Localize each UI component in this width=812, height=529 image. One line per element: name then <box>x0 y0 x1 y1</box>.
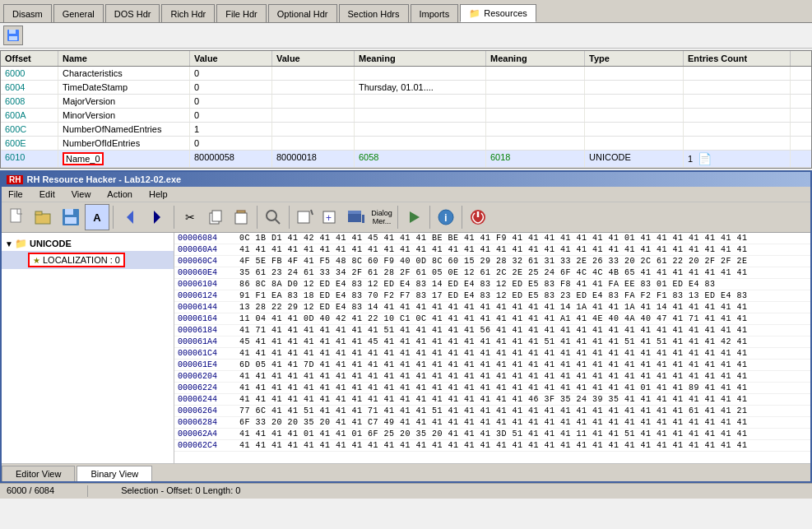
image-button[interactable] <box>344 204 369 230</box>
hex-row: 000060E435 61 23 24 61 33 34 2F 61 28 2F… <box>174 267 810 279</box>
svg-marker-9 <box>127 211 133 224</box>
tree-expand-icon[interactable]: ▼ <box>5 239 15 248</box>
tab-optional-hdr[interactable]: Optional Hdr <box>268 4 337 22</box>
cell-type: UNICODE <box>585 151 684 167</box>
cell-entries <box>684 137 791 150</box>
col-meaning1: Meaning <box>355 51 486 66</box>
save-rh-button[interactable] <box>58 204 84 230</box>
hex-row: 000060840C 1B D1 41 42 41 41 41 45 41 41… <box>174 233 810 244</box>
cell-entries <box>684 67 791 80</box>
back-button[interactable] <box>117 204 143 230</box>
cell-name: TimeDateStamp <box>58 81 190 94</box>
cell-meaning1 <box>355 123 486 136</box>
cell-offset: 6004 <box>1 81 58 94</box>
tab-file-hdr[interactable]: File Hdr <box>216 4 267 22</box>
cell-type <box>585 81 684 94</box>
cell-meaning2 <box>486 81 585 94</box>
svg-line-18 <box>311 210 313 215</box>
table-row[interactable]: 6000 Characteristics 0 <box>1 67 811 81</box>
svg-marker-10 <box>154 211 160 224</box>
text-button[interactable]: A <box>85 204 109 230</box>
tree-item-localization[interactable]: ★ LOCALIZATION : 0 <box>2 251 174 269</box>
menu-action[interactable]: Action <box>104 188 136 200</box>
cell-meaning2 <box>486 123 585 136</box>
tab-editor-view[interactable]: Editor View <box>2 466 75 481</box>
cell-value2 <box>272 137 355 150</box>
cut-button[interactable]: ✂ <box>178 204 202 230</box>
col-value1: Value <box>190 51 272 66</box>
hex-bytes: 41 41 41 41 41 41 41 41 41 41 41 41 41 4… <box>239 395 807 404</box>
table-row[interactable]: 6008 MajorVersion 0 <box>1 95 811 109</box>
cell-offset: 600C <box>1 123 58 136</box>
col-entries: Entries Count <box>684 51 791 66</box>
status-bar: 6000 / 6084 Selection - Offset: 0 Length… <box>0 483 812 499</box>
cell-type <box>585 67 684 80</box>
tab-binary-view[interactable]: Binary View <box>77 466 152 481</box>
forward-button[interactable] <box>144 204 170 230</box>
svg-rect-2 <box>9 36 17 40</box>
top-toolbar <box>0 23 812 49</box>
table-row[interactable]: 6004 TimeDateStamp 0 Thursday, 01.01.... <box>1 81 811 95</box>
dialog-button[interactable]: Dialog Mer... <box>369 204 394 230</box>
tab-dos-hdr[interactable]: DOS Hdr <box>105 4 160 22</box>
info-button[interactable]: i <box>434 204 458 230</box>
cell-meaning1 <box>355 109 486 122</box>
hex-address: 00006284 <box>178 418 239 427</box>
tab-imports[interactable]: Imports <box>411 4 459 22</box>
hex-row: 0000616411 04 41 41 0D 40 42 41 22 10 C1… <box>174 313 810 325</box>
menu-file[interactable]: File <box>5 188 26 200</box>
save-icon <box>7 29 20 42</box>
cell-offset: 600A <box>1 109 58 122</box>
tree-item-unicode[interactable]: ▼ 📁 UNICODE <box>2 236 174 251</box>
hex-bytes: 0C 1B D1 41 42 41 41 41 45 41 41 41 BE B… <box>239 234 807 243</box>
col-value2: Value <box>272 51 355 66</box>
cell-type <box>585 109 684 122</box>
cell-type <box>585 123 684 136</box>
open-button[interactable] <box>30 204 57 230</box>
hex-address: 00006164 <box>178 314 239 323</box>
save-button[interactable] <box>3 26 23 45</box>
table-row[interactable]: 600E NumberOfIdEntries 0 <box>1 137 811 151</box>
hex-row: 000061E46D 05 41 41 7D 41 41 41 41 41 41… <box>174 360 810 371</box>
properties-grid: Offset Name Value Value Meaning Meaning … <box>0 50 812 169</box>
edit-resource-button[interactable] <box>293 204 318 230</box>
search-button[interactable] <box>261 204 285 230</box>
play-button[interactable] <box>401 204 426 230</box>
tab-general[interactable]: General <box>53 4 104 22</box>
power-button[interactable] <box>466 204 490 230</box>
cell-meaning1: 6058 <box>355 151 486 167</box>
hex-bytes: 41 41 41 41 41 41 41 41 41 41 41 41 41 4… <box>239 245 807 254</box>
cell-meaning1: Thursday, 01.01.... <box>355 81 486 94</box>
cell-value2 <box>272 109 355 122</box>
svg-rect-7 <box>65 209 73 215</box>
dialog-label-bottom: Mer... <box>373 217 392 225</box>
hex-bytes: 41 41 41 41 41 41 41 41 41 41 41 41 41 4… <box>239 383 807 392</box>
table-row[interactable]: 6010 Name_0 80000058 80000018 6058 6018 … <box>1 151 811 168</box>
toolbar-separator3 <box>257 206 258 229</box>
menu-help[interactable]: Help <box>146 188 171 200</box>
tab-section-hdrs[interactable]: Section Hdrs <box>339 4 409 22</box>
hex-address: 000062C4 <box>178 441 239 450</box>
tab-disasm[interactable]: Disasm <box>3 4 52 22</box>
svg-rect-1 <box>9 30 16 34</box>
copy-button[interactable] <box>203 204 228 230</box>
cell-type <box>585 137 684 150</box>
table-row[interactable]: 600C NumberOfNamedEntries 1 <box>1 123 811 137</box>
tab-resources[interactable]: 📁 Resources <box>460 4 536 22</box>
hex-bytes: 91 F1 EA 83 18 ED E4 83 70 F2 F7 83 17 E… <box>239 291 807 300</box>
save-rh-icon <box>61 207 81 227</box>
paste-button[interactable] <box>229 204 253 230</box>
cell-value1: 0 <box>190 109 272 122</box>
toolbar-separator6 <box>429 206 430 229</box>
add-resource-button[interactable]: + <box>318 204 343 230</box>
rh-toolbar: A ✂ <box>2 202 810 233</box>
table-row[interactable]: 600A MinorVersion 0 <box>1 109 811 123</box>
cell-value2 <box>272 81 355 94</box>
svg-rect-14 <box>235 213 247 224</box>
menu-view[interactable]: View <box>68 188 95 200</box>
cell-entries <box>684 81 791 94</box>
menu-edit[interactable]: Edit <box>36 188 58 200</box>
localization-badge: ★ LOCALIZATION : 0 <box>28 253 125 267</box>
tab-rich-hdr[interactable]: Rich Hdr <box>161 4 215 22</box>
new-button[interactable] <box>5 204 30 230</box>
